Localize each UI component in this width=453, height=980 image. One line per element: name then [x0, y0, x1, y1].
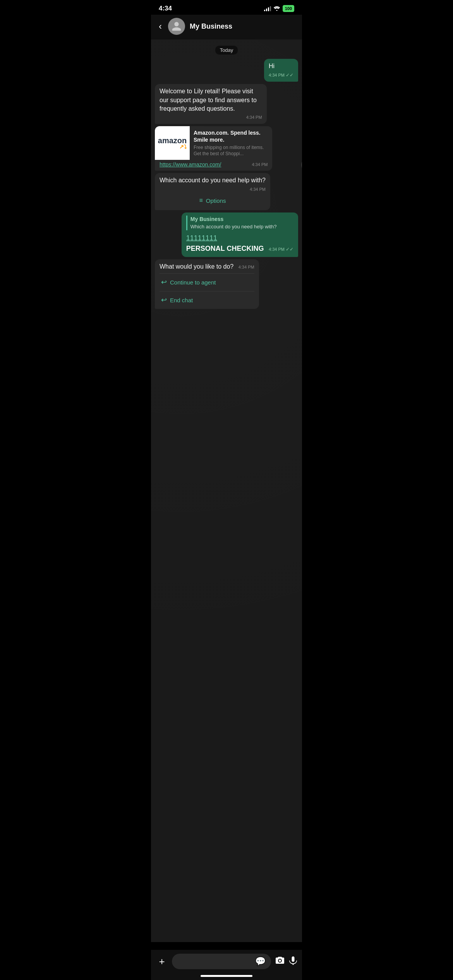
signal-icon: [264, 6, 271, 11]
bubble-what-to-do: What would you like to do? 4:34 PM ↩ Con…: [155, 259, 259, 309]
msg-time-account: 4:34 PM: [160, 187, 266, 192]
link-preview-desc: Free shipping on millions of items. Get …: [194, 145, 268, 157]
options-icon: ≡: [199, 196, 202, 205]
account-number: 11111111: [186, 234, 217, 242]
link-preview-wrapper: amazon ↗⤵ Amazon.com. Spend less. Smile …: [155, 126, 298, 173]
reply-text: Which account do you need help with?: [190, 223, 293, 230]
date-badge: Today: [155, 46, 298, 53]
status-icons: 100: [264, 5, 294, 12]
wifi-icon: [273, 5, 280, 12]
chat-header: ‹ My Business: [151, 15, 302, 39]
end-chat-button[interactable]: ↩ End chat: [160, 291, 254, 309]
bubble-welcome: Welcome to Lily retail! Please visit our…: [155, 84, 267, 124]
message-account-reply: My Business Which account do you need he…: [155, 212, 298, 257]
link-preview-title: Amazon.com. Spend less. Smile more.: [194, 129, 268, 143]
back-button[interactable]: ‹: [157, 19, 163, 33]
svg-point-0: [276, 10, 277, 11]
reply-name: My Business: [190, 216, 293, 223]
message-sent-hi: Hi 4:34 PM ✓✓: [155, 59, 298, 82]
link-preview-text-block: Amazon.com. Spend less. Smile more. Free…: [190, 126, 272, 160]
bubble-hi: Hi 4:34 PM ✓✓: [264, 59, 298, 82]
bubble-account: Which account do you need help with? 4:3…: [155, 173, 270, 210]
message-welcome: Welcome to Lily retail! Please visit our…: [155, 84, 298, 124]
status-time: 4:34: [159, 5, 172, 12]
msg-time-welcome: 4:34 PM: [160, 115, 262, 120]
msg-text-welcome: Welcome to Lily retail! Please visit our…: [160, 88, 257, 112]
chat-area: Today Hi 4:34 PM ✓✓ Welcome to Lily reta…: [151, 39, 302, 942]
contact-name[interactable]: My Business: [190, 22, 232, 31]
msg-text-hi: Hi: [269, 63, 275, 69]
msg-text-account: Which account do you need help with?: [160, 177, 266, 183]
link-preview-image: amazon ↗⤵: [155, 126, 190, 160]
continue-agent-button[interactable]: ↩ Continue to agent: [160, 273, 254, 291]
amazon-logo: amazon ↗⤵: [158, 136, 187, 150]
status-bar: 4:34 100: [151, 0, 302, 15]
msg-time-hi: 4:34 PM ✓✓: [269, 72, 293, 79]
options-button[interactable]: ≡ Options: [160, 192, 266, 207]
msg-text-what: What would you like to do?: [160, 263, 233, 270]
message-what-to-do: What would you like to do? 4:34 PM ↩ Con…: [155, 259, 298, 309]
msg-time-what: 4:34 PM: [239, 265, 254, 269]
ticks-hi: ✓✓: [286, 72, 293, 78]
link-url[interactable]: https://www.amazon.com/: [160, 161, 221, 168]
link-preview-footer: https://www.amazon.com/ 4:34 PM: [155, 160, 272, 171]
battery-icon: 100: [283, 5, 294, 12]
options-label: Options: [206, 197, 226, 205]
bubble-account-reply: My Business Which account do you need he…: [182, 212, 298, 257]
share-button[interactable]: ➤: [301, 158, 302, 171]
continue-agent-icon: ↩: [161, 278, 167, 287]
msg-time-reply: 4:34 PM ✓✓: [269, 247, 293, 252]
end-chat-label: End chat: [170, 296, 193, 304]
continue-agent-label: Continue to agent: [170, 278, 216, 286]
link-preview-card[interactable]: amazon ↗⤵ Amazon.com. Spend less. Smile …: [155, 126, 272, 171]
avatar: [168, 18, 185, 35]
link-time: 4:34 PM: [252, 162, 268, 167]
account-type: PERSONAL CHECKING: [186, 245, 264, 252]
end-chat-icon: ↩: [161, 295, 167, 305]
reply-quote: My Business Which account do you need he…: [186, 216, 293, 230]
message-which-account: Which account do you need help with? 4:3…: [155, 173, 298, 210]
